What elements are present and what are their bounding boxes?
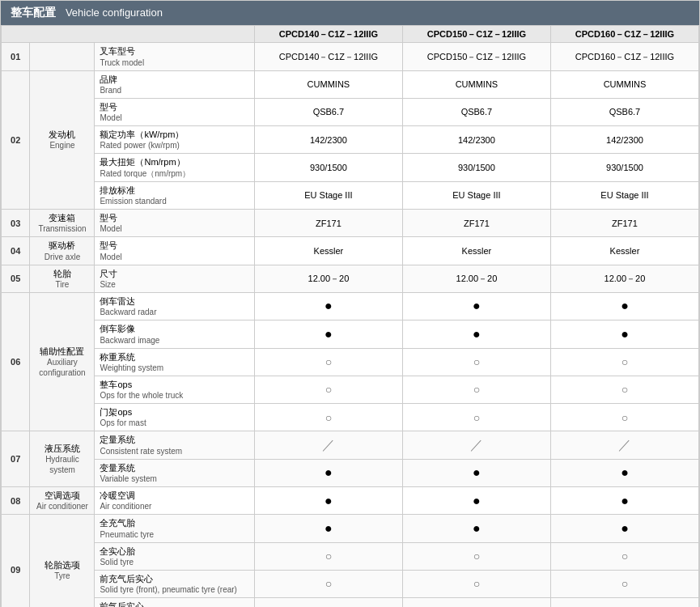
value-col3: ● [550,292,698,320]
value-col3: Kessler [550,237,698,265]
row-number: 08 [2,487,30,515]
value-col3: ● [550,459,698,486]
value-col1: ● [254,320,402,348]
value-col2: ● [402,459,550,486]
value-col1: 930/1500 [254,154,402,181]
value-col3: 142/2300 [550,126,698,154]
table-row: 08空调选项Air conditioner冷暖空调Air conditioner… [2,487,699,515]
value-col1: ○ [254,348,402,376]
value-col2: Kessler [402,237,550,265]
value-col2: ○ [402,404,550,431]
row-feature: 变量系统Variable system [95,459,254,486]
value-col1: CPCD140－C1Z－12IIIG [254,43,402,70]
table-row: 称重系统Weighting system○○○ [2,348,699,376]
row-feature: 额定功率（kW/rpm）Rated power (kw/rpm) [95,126,254,154]
value-col3: CUMMINS [550,70,698,98]
row-feature: 品牌Brand [95,70,254,98]
table-row: 前气后实心Pneumatic tyre (front), solid tyre … [2,598,699,607]
header-zh: 整车配置 [11,6,56,19]
value-col3: 12.00－20 [550,265,698,292]
value-col3: ○ [550,598,698,607]
value-col1: ／ [254,431,402,459]
value-col3: ○ [550,404,698,431]
table-row: 04驱动桥Drive axle型号ModelKesslerKesslerKess… [2,237,699,265]
row-feature: 称重系统Weighting system [95,348,254,376]
model2-header: CPCD150－C1Z－12IIIG [402,26,550,43]
row-number: 04 [2,237,30,265]
row-feature: 全充气胎Pneumatic tyre [95,515,254,542]
value-col2: ● [402,292,550,320]
page-header: 整车配置 Vehicle configuration [1,1,699,25]
row-category: 辅助性配置Auxiliary configuration [30,292,95,431]
row-number: 01 [2,43,30,70]
model3-header: CPCD160－C1Z－12IIIG [550,26,698,43]
value-col2: ○ [402,570,550,597]
row-feature: 倒车影像Backward image [95,320,254,348]
row-feature: 定量系统Consistent rate system [95,431,254,459]
value-col3: ZF171 [550,210,698,237]
value-col1: QSB6.7 [254,98,402,125]
header-label [2,26,255,43]
row-number: 05 [2,265,30,292]
row-feature: 门架opsOps for mast [95,404,254,431]
row-feature: 型号Model [95,210,254,237]
row-number: 09 [2,515,30,607]
value-col1: ○ [254,542,402,570]
value-col1: ○ [254,376,402,403]
row-feature: 整车opsOps for the whole truck [95,376,254,403]
value-col2: ● [402,320,550,348]
value-col2: CUMMINS [402,70,550,98]
table-row: 06辅助性配置Auxiliary configuration倒车雷达Backwa… [2,292,699,320]
table-row: 变量系统Variable system●●● [2,459,699,486]
row-number: 02 [2,70,30,209]
value-col1: ● [254,459,402,486]
model1-header: CPCD140－C1Z－12IIIG [254,26,402,43]
value-col2: ／ [402,431,550,459]
row-feature: 最大扭矩（Nm/rpm）Rated torque（nm/rpm） [95,154,254,181]
value-col1: CUMMINS [254,70,402,98]
row-feature: 倒车雷达Backward radar [95,292,254,320]
header-en: Vehicle configuration [66,6,163,19]
value-col1: ○ [254,570,402,597]
value-col2: CPCD150－C1Z－12IIIG [402,43,550,70]
table-row: 最大扭矩（Nm/rpm）Rated torque（nm/rpm）930/1500… [2,154,699,181]
row-feature: 冷暖空调Air conditioner [95,487,254,515]
page-wrapper: 整车配置 Vehicle configuration CPCD140－C1Z－1… [0,0,700,607]
value-col1: ● [254,515,402,542]
row-category [30,43,95,70]
value-col2: 930/1500 [402,154,550,181]
value-col3: ／ [550,431,698,459]
row-feature: 型号Model [95,98,254,125]
value-col3: ○ [550,542,698,570]
row-feature: 尺寸Size [95,265,254,292]
value-col1: ZF171 [254,210,402,237]
table-row: 07液压系统Hydraulic system定量系统Consistent rat… [2,431,699,459]
value-col2: ZF171 [402,210,550,237]
row-feature: 叉车型号Truck model [95,43,254,70]
table-row: 额定功率（kW/rpm）Rated power (kw/rpm)142/2300… [2,126,699,154]
row-number: 03 [2,210,30,237]
value-col2: QSB6.7 [402,98,550,125]
value-col3: CPCD160－C1Z－12IIIG [550,43,698,70]
value-col2: ○ [402,542,550,570]
value-col3: ○ [550,376,698,403]
table-row: 前充气后实心Solid tyre (front), pneumatic tyre… [2,570,699,597]
value-col2: ● [402,487,550,515]
table-row: 门架opsOps for mast○○○ [2,404,699,431]
row-category: 发动机Engine [30,70,95,209]
table-row: 05轮胎Tire尺寸Size12.00－2012.00－2012.00－20 [2,265,699,292]
row-feature: 型号Model [95,237,254,265]
value-col2: EU Stage III [402,181,550,209]
value-col2: ○ [402,348,550,376]
row-feature: 前气后实心Pneumatic tyre (front), solid tyre … [95,598,254,607]
value-col3: ● [550,320,698,348]
row-category: 轮胎Tire [30,265,95,292]
table-row: 09轮胎选项Tyre全充气胎Pneumatic tyre●●● [2,515,699,542]
table-row: 02发动机Engine品牌BrandCUMMINSCUMMINSCUMMINS [2,70,699,98]
value-col2: 12.00－20 [402,265,550,292]
row-number: 06 [2,292,30,431]
table-row: 整车opsOps for the whole truck○○○ [2,376,699,403]
table-row: 03变速箱Transmission型号ModelZF171ZF171ZF171 [2,210,699,237]
value-col2: 142/2300 [402,126,550,154]
value-col1: ○ [254,598,402,607]
